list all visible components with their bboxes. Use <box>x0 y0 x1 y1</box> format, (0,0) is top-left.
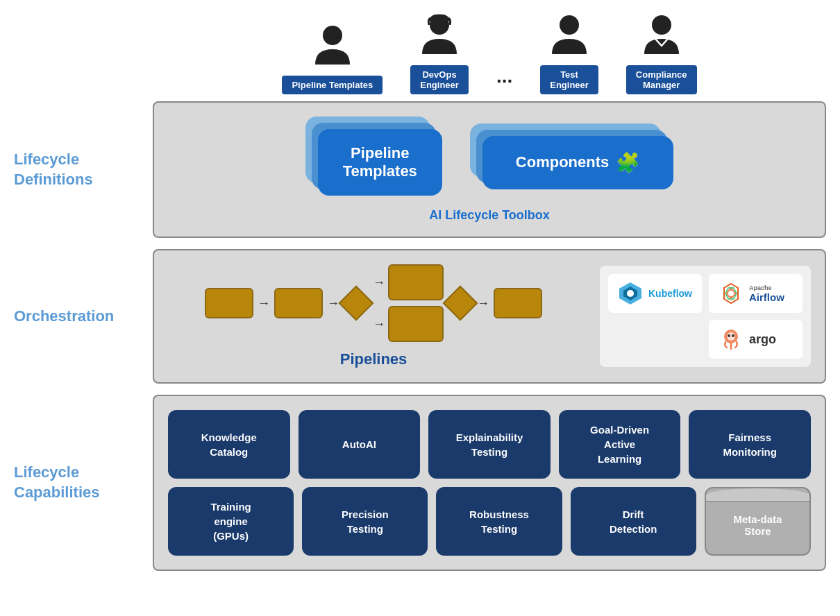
toolbox-label: AI Lifecycle Toolbox <box>429 208 550 223</box>
orch-logos: Kubeflow Apache Airflow <box>600 266 811 367</box>
caps-row-1: KnowledgeCatalog AutoAI ExplainabilityTe… <box>168 410 811 479</box>
pipe-diamond-1 <box>339 286 374 321</box>
compliance-manager-label: ComplianceManager <box>626 65 697 94</box>
branch-group: → → <box>373 264 444 342</box>
kubeflow-label: Kubeflow <box>648 288 692 299</box>
svg-point-3 <box>652 15 671 35</box>
personas-row: Pipeline Templates DevOpsEngineer ... <box>14 14 826 94</box>
svg-point-2 <box>560 15 579 35</box>
main-container: Pipeline Templates DevOpsEngineer ... <box>14 14 826 582</box>
pipeline-templates-card: PipelineTemplates <box>318 129 442 196</box>
branch-bot: → <box>373 306 444 342</box>
svg-point-0 <box>323 26 342 45</box>
pipelines-label: Pipelines <box>340 350 408 368</box>
components-label: Components <box>516 153 609 171</box>
metadata-store-card: Meta-dataStore <box>705 487 811 556</box>
pipe-diamond-2 <box>443 286 478 321</box>
fairness-monitoring-card: FairnessMonitoring <box>689 410 811 479</box>
orchestration-box: → → → → <box>153 249 826 384</box>
devops-engineer-label: DevOpsEngineer <box>410 65 469 94</box>
arrow-1: → <box>258 296 270 311</box>
person-icon-2 <box>421 14 458 61</box>
lifecycle-capabilities-box: KnowledgeCatalog AutoAI ExplainabilityTe… <box>153 395 826 571</box>
orchestration-label: Orchestration <box>14 307 153 327</box>
persona-compliance-manager: ComplianceManager <box>626 14 697 94</box>
lifecycle-definitions-section: LifecycleDefinitions PipelineTemplates <box>14 101 826 238</box>
arrow-br-top: → <box>373 275 385 290</box>
argo-label: argo <box>749 332 776 347</box>
arrow-br-bot: → <box>373 317 385 332</box>
caps-row-2: Trainingengine(GPUs) PrecisionTesting Ro… <box>168 487 811 556</box>
lifecycle-definitions-label: LifecycleDefinitions <box>14 150 153 189</box>
pipe-rect-final <box>494 288 542 318</box>
precision-testing-card: PrecisionTesting <box>302 487 428 556</box>
airflow-icon <box>719 281 744 306</box>
lifecycle-capabilities-label: LifecycleCapabilities <box>14 463 153 502</box>
svg-point-11 <box>732 334 734 337</box>
components-stack: Components 🧩 <box>482 136 673 189</box>
pipe-rect-1 <box>205 288 253 318</box>
ellipsis: ... <box>496 65 512 94</box>
svg-point-10 <box>728 334 730 337</box>
components-card: Components 🧩 <box>482 136 673 189</box>
explainability-testing-card: ExplainabilityTesting <box>428 410 551 479</box>
kubeflow-logo: Kubeflow <box>608 274 702 313</box>
metadata-store-label: Meta-dataStore <box>733 513 782 537</box>
test-engineer-label: TestEngineer <box>540 65 598 94</box>
arrow-3: → <box>477 296 489 311</box>
drift-detection-card: DriftDetection <box>571 487 696 556</box>
person-icon <box>314 24 351 71</box>
svg-point-7 <box>728 291 734 296</box>
arrow-2: → <box>327 296 339 311</box>
pipeline-diagram: → → → → <box>168 264 579 368</box>
pipe-rect-branch-top <box>388 264 444 300</box>
persona-devops-engineer: DevOpsEngineer <box>410 14 469 94</box>
person-icon-3 <box>551 14 588 61</box>
lifecycle-capabilities-section: LifecycleCapabilities KnowledgeCatalog A… <box>14 395 826 571</box>
airflow-text: Apache Airflow <box>749 284 784 303</box>
svg-point-1 <box>430 15 449 35</box>
robustness-testing-card: RobustnessTesting <box>436 487 562 556</box>
lifecycle-def-inner: PipelineTemplates Components 🧩 AI Lifecy… <box>168 117 811 223</box>
knowledge-catalog-card: KnowledgeCatalog <box>168 410 290 479</box>
ld-cards-row: PipelineTemplates Components 🧩 <box>305 117 674 196</box>
orchestration-section: Orchestration → → <box>14 249 826 384</box>
data-scientist-label: Pipeline Templates <box>282 76 383 94</box>
training-engine-card: Trainingengine(GPUs) <box>168 487 294 556</box>
kubeflow-icon <box>618 281 643 306</box>
caps-inner: KnowledgeCatalog AutoAI ExplainabilityTe… <box>168 410 811 556</box>
pipe-rect-2 <box>274 288 323 318</box>
branch-top: → <box>373 264 444 300</box>
pipeline-flow-row: → → → → <box>205 264 542 342</box>
orch-inner: → → → → <box>168 264 811 368</box>
pipe-rect-branch-bot <box>388 306 444 342</box>
persona-data-scientist: Pipeline Templates <box>282 24 383 94</box>
svg-point-6 <box>627 290 634 297</box>
person-icon-4 <box>643 14 680 61</box>
autoai-card: AutoAI <box>299 410 421 479</box>
argo-logo: argo <box>709 320 803 359</box>
goal-driven-active-learning-card: Goal-DrivenActiveLearning <box>559 410 681 479</box>
airflow-logo: Apache Airflow <box>709 274 803 313</box>
cylinder-top <box>706 488 809 502</box>
puzzle-icon: 🧩 <box>616 151 640 174</box>
merge-area <box>448 291 473 316</box>
pipeline-templates-stack: PipelineTemplates <box>318 129 442 196</box>
argo-icon <box>719 327 744 352</box>
persona-test-engineer: TestEngineer <box>540 14 598 94</box>
lifecycle-definitions-box: PipelineTemplates Components 🧩 AI Lifecy… <box>153 101 826 238</box>
metadata-store-wrapper: Meta-dataStore <box>705 487 811 556</box>
